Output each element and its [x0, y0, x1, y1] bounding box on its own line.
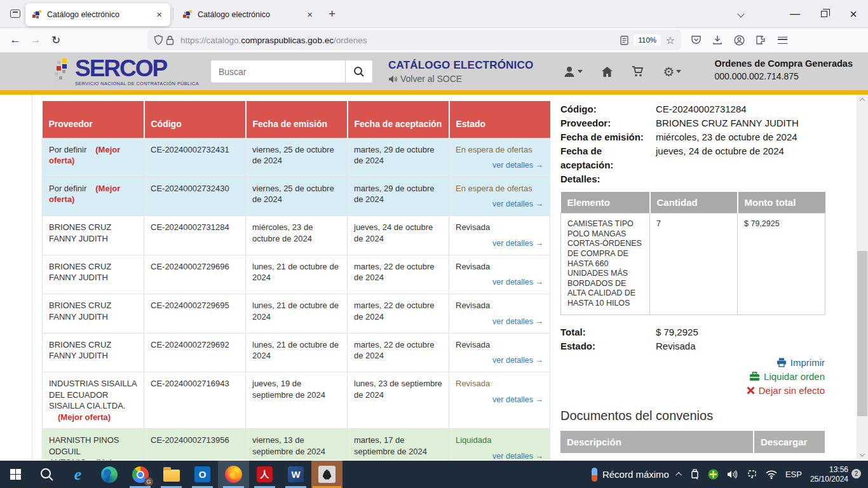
estado-label: Estado:	[560, 339, 656, 353]
taskbar-firefox[interactable]	[218, 461, 249, 488]
order-fecha-emision: lunes, 21 de octubre de 2024	[246, 255, 348, 294]
taskbar-edge[interactable]	[93, 461, 125, 488]
tab-close-icon[interactable]: ×	[154, 9, 164, 20]
detail-field: Proveedor: BRIONES CRUZ FANNY JUDITH	[560, 116, 825, 130]
action-dejar-sin-efecto[interactable]: Dejar sin efecto	[560, 384, 825, 398]
wifi-icon[interactable]	[766, 470, 777, 479]
cast-display-icon[interactable]	[747, 470, 757, 479]
order-row: INDUSTRIAS SISAILLA DEL ECUADOR SISAILLA…	[43, 372, 550, 429]
usb-icon[interactable]	[690, 469, 700, 480]
scroll-up-icon[interactable]	[857, 95, 868, 105]
volume-icon[interactable]	[727, 470, 738, 479]
url-text[interactable]: https://catalogo.compraspublicas.gob.ec/…	[180, 36, 618, 45]
taskbar-acrobat[interactable]: 人	[249, 461, 280, 488]
reload-icon[interactable]: ↻	[46, 30, 66, 50]
order-estado: En espera de ofertas ver detalles →	[449, 138, 550, 177]
order-row: BRIONES CRUZ FANNY JUDITH CE-20240002729…	[43, 255, 550, 294]
order-fecha-aceptacion: martes, 22 de octubre de 2024	[348, 294, 449, 333]
back-icon[interactable]: ←	[5, 30, 25, 50]
shield-icon[interactable]	[153, 34, 164, 46]
tab-title: Catálogo electrónico	[198, 10, 300, 19]
accent-bar	[0, 90, 868, 95]
sercop-logo[interactable]: SERCOP SERVICIO NACIONAL DE CONTRATACIÓN…	[55, 57, 199, 86]
ver-detalles-link[interactable]: ver detalles →	[456, 160, 543, 171]
action-liquidar-orden[interactable]: Liquidar orden	[560, 370, 825, 384]
order-fecha-emision: viernes, 25 de octubre de 2024	[246, 177, 348, 215]
extensions-puzzle-icon[interactable]	[755, 34, 766, 46]
detail-field: Código: CE-20240002731284	[560, 102, 825, 116]
order-fecha-emision: viernes, 25 de octubre de 2024	[246, 138, 348, 177]
close-button[interactable]: ×	[839, 1, 868, 27]
search-input[interactable]	[210, 60, 345, 83]
gear-icon: ⚙	[663, 64, 674, 79]
tab-2[interactable]: Catálogo electrónico ×	[176, 3, 321, 26]
order-proveedor: INDUSTRIAS SISAILLA DEL ECUADOR SISAILLA…	[43, 372, 144, 429]
restore-button[interactable]	[810, 1, 839, 27]
order-fecha-aceptacion: martes, 22 de octubre de 2024	[348, 255, 449, 294]
taskbar-java-app[interactable]	[311, 461, 342, 488]
tray-expand-chevron-icon[interactable]	[675, 472, 682, 478]
order-fecha-aceptacion: jueves, 24 de octubre de 2024	[348, 216, 449, 255]
order-proveedor: Por definir(Mejor oferta)	[43, 177, 144, 215]
order-codigo: CE-20240002732430	[144, 177, 246, 215]
action-imprimir[interactable]: Imprimir	[560, 356, 825, 370]
detail-fields: Código: CE-20240002731284 Proveedor: BRI…	[560, 102, 825, 186]
home-icon	[601, 66, 613, 78]
list-tabs-chevron-icon[interactable]	[737, 10, 744, 17]
taskbar-search-button[interactable]	[31, 461, 62, 488]
zoom-level[interactable]: 110%	[634, 34, 661, 46]
internet-explorer-icon: e	[74, 465, 82, 484]
pocket-icon[interactable]	[690, 34, 702, 46]
taskbar-file-explorer[interactable]	[156, 461, 187, 488]
tab-title: Catálogo electrónico	[47, 10, 149, 19]
scroll-down-icon[interactable]	[857, 450, 868, 460]
taskbar-outlook[interactable]: O	[187, 461, 218, 488]
weather-widget[interactable]: Récord máximo	[592, 468, 669, 482]
taskbar-word[interactable]: W	[280, 461, 311, 488]
reader-mode-icon[interactable]	[618, 34, 630, 46]
firefox-view-icon[interactable]	[5, 5, 25, 23]
java-app-icon	[318, 466, 336, 483]
tab-close-icon[interactable]: ×	[305, 9, 315, 20]
tab-1[interactable]: Catálogo electrónico ×	[25, 3, 170, 26]
ver-detalles-link[interactable]: ver detalles →	[456, 395, 543, 405]
new-tab-button[interactable]: +	[321, 7, 343, 21]
ver-detalles-link[interactable]: ver detalles →	[456, 355, 543, 366]
clock[interactable]: 13:56 25/10/2024	[810, 465, 848, 484]
account-icon[interactable]	[733, 34, 745, 46]
ver-detalles-link[interactable]: ver detalles →	[456, 199, 543, 210]
home-button[interactable]	[601, 66, 613, 78]
minimize-button[interactable]: —	[780, 1, 810, 27]
ver-detalles-link[interactable]: ver detalles →	[456, 277, 543, 288]
volver-soce-link[interactable]: Volver al SOCE	[388, 74, 533, 84]
language-indicator[interactable]: ESP	[785, 470, 802, 479]
tab-separator	[173, 8, 173, 20]
orders-generated-number: 000.000.002.714.875	[714, 71, 853, 81]
forward-icon[interactable]: →	[25, 30, 46, 50]
page-scrollbar[interactable]	[857, 95, 868, 460]
detail-items-table: ElementoCantidadMonto total CAMISETAS TI…	[560, 192, 825, 315]
order-codigo: CE-20240002716943	[144, 372, 246, 429]
url-bar[interactable]: https://catalogo.compraspublicas.gob.ec/…	[147, 30, 681, 50]
lock-icon[interactable]	[164, 34, 175, 46]
taskbar-chrome[interactable]: G	[125, 461, 156, 488]
taskbar-internet-explorer[interactable]: e	[62, 461, 93, 488]
menu-hamburger-icon[interactable]	[776, 34, 788, 46]
settings-menu-button[interactable]: ⚙	[663, 64, 681, 79]
detail-field-value: CE-20240002731284	[656, 102, 825, 116]
ver-detalles-link[interactable]: ver detalles →	[456, 451, 543, 460]
bookmark-star-icon[interactable]: ☆	[665, 34, 676, 46]
start-button[interactable]	[0, 461, 31, 488]
search-button[interactable]	[345, 60, 373, 83]
ver-detalles-link[interactable]: ver detalles →	[456, 238, 543, 249]
scrollbar-thumb[interactable]	[857, 251, 867, 416]
order-detail-panel: Código: CE-20240002731284 Proveedor: BRI…	[560, 102, 825, 453]
items-column-header: Elemento	[561, 192, 650, 214]
download-icon[interactable]	[712, 34, 723, 46]
ver-detalles-link[interactable]: ver detalles →	[456, 316, 543, 327]
search-icon	[353, 66, 365, 78]
cart-button[interactable]	[632, 65, 644, 78]
antivirus-icon[interactable]	[708, 469, 719, 480]
user-menu-button[interactable]	[564, 66, 583, 78]
order-fecha-emision: viernes, 13 de septiembre de 2024	[246, 429, 348, 460]
